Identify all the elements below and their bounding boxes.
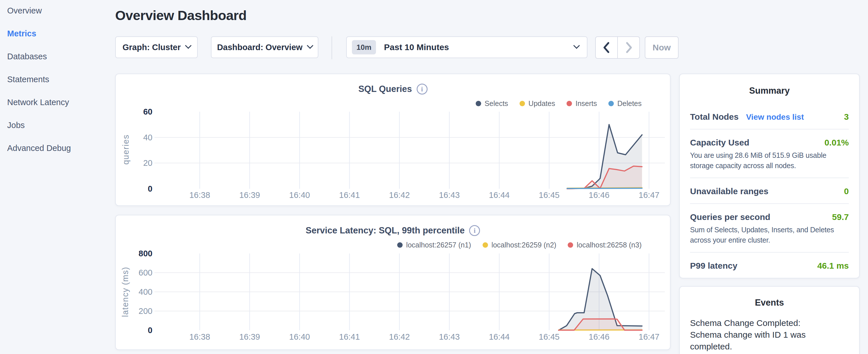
- svg-text:16:42: 16:42: [389, 332, 410, 342]
- svg-text:16:45: 16:45: [539, 332, 560, 342]
- sidebar: OverviewMetricsDatabasesStatementsNetwor…: [0, 0, 109, 354]
- sidebar-item-databases[interactable]: Databases: [7, 52, 47, 61]
- chart-plot[interactable]: 16:3816:3916:4016:4116:4216:4316:4416:45…: [116, 215, 671, 351]
- summary-row-p99-latency: P99 latency46.1 ms: [690, 261, 849, 271]
- time-step-buttons: [595, 36, 640, 59]
- chevron-down-icon: [185, 42, 191, 49]
- events-list: Schema Change Completed: Schema change w…: [690, 317, 849, 354]
- svg-text:16:47: 16:47: [639, 190, 660, 200]
- svg-text:16:45: 16:45: [539, 190, 560, 200]
- time-range-label: Past 10 Minutes: [384, 42, 449, 52]
- svg-text:16:43: 16:43: [439, 332, 460, 342]
- time-back-button[interactable]: [596, 37, 618, 58]
- chevron-down-icon: [307, 42, 313, 49]
- summary-divider: [690, 203, 849, 204]
- svg-text:16:42: 16:42: [389, 190, 410, 200]
- summary-row-unavailable-ranges: Unavailable ranges0: [690, 186, 849, 196]
- svg-text:16:39: 16:39: [239, 190, 260, 200]
- summary-row-value: 59.7: [832, 212, 849, 222]
- summary-row-description: You are using 28.6 MiB of 515.9 GiB usab…: [690, 150, 849, 171]
- summary-divider: [690, 129, 849, 129]
- svg-text:16:39: 16:39: [239, 332, 260, 342]
- svg-text:16:47: 16:47: [639, 332, 660, 342]
- summary-title: Summary: [690, 86, 849, 96]
- summary-row-capacity-used: Capacity Used0.01%: [690, 137, 849, 148]
- chevron-down-icon: [574, 42, 580, 49]
- svg-text:16:44: 16:44: [489, 332, 510, 342]
- sidebar-item-advanced-debug[interactable]: Advanced Debug: [7, 143, 71, 153]
- summary-divider: [690, 178, 849, 178]
- summary-row-value: 0.01%: [825, 137, 849, 148]
- svg-text:0: 0: [148, 184, 152, 193]
- summary-divider: [690, 252, 849, 253]
- summary-row-value: 0: [844, 186, 849, 196]
- page-title: Overview Dashboard: [115, 7, 247, 23]
- svg-text:0: 0: [148, 326, 152, 335]
- sidebar-item-statements[interactable]: Statements: [7, 75, 49, 84]
- toolbar-divider: [332, 36, 332, 59]
- summary-row-value: 3: [844, 112, 849, 122]
- chevron-left-icon: [601, 40, 612, 55]
- sidebar-item-network-latency[interactable]: Network Latency: [7, 98, 69, 107]
- svg-text:16:41: 16:41: [339, 332, 360, 342]
- graph-dropdown[interactable]: Graph: Cluster: [115, 36, 198, 58]
- service-latency-chart-card: Service Latency: SQL, 99th percentile i …: [115, 215, 671, 350]
- summary-row-label: Total Nodes: [690, 112, 739, 122]
- svg-text:16:38: 16:38: [189, 332, 210, 342]
- svg-text:60: 60: [143, 107, 152, 116]
- summary-rows: Total NodesView nodes list3Capacity Used…: [690, 112, 849, 271]
- svg-text:40: 40: [143, 133, 152, 142]
- summary-row-label: P99 latency: [690, 261, 737, 271]
- events-title: Events: [690, 297, 849, 308]
- svg-text:queries: queries: [121, 134, 130, 165]
- summary-row-label: Capacity Used: [690, 137, 749, 148]
- dashboard-dropdown-label: Dashboard: Overview: [217, 43, 302, 52]
- view-nodes-list-link[interactable]: View nodes list: [746, 112, 804, 122]
- dashboard-dropdown[interactable]: Dashboard: Overview: [211, 36, 318, 58]
- svg-text:200: 200: [139, 307, 152, 316]
- sidebar-item-overview[interactable]: Overview: [7, 6, 42, 15]
- svg-text:16:40: 16:40: [289, 190, 310, 200]
- events-panel: Events Schema Change Completed: Schema c…: [679, 286, 860, 354]
- svg-text:16:40: 16:40: [289, 332, 310, 342]
- sidebar-item-metrics[interactable]: Metrics: [7, 29, 36, 38]
- graph-dropdown-label: Graph: Cluster: [122, 43, 181, 52]
- svg-text:16:46: 16:46: [589, 190, 610, 200]
- summary-row-total-nodes: Total NodesView nodes list3: [690, 112, 849, 122]
- summary-row-queries-per-second: Queries per second59.7: [690, 212, 849, 222]
- sidebar-item-jobs[interactable]: Jobs: [7, 121, 25, 130]
- event-message: Schema Change Completed: Schema change w…: [690, 317, 833, 352]
- summary-panel: Summary Total NodesView nodes list3Capac…: [679, 74, 860, 279]
- svg-text:600: 600: [139, 268, 152, 277]
- svg-text:16:38: 16:38: [189, 190, 210, 200]
- svg-text:16:44: 16:44: [489, 190, 510, 200]
- svg-text:latency (ms): latency (ms): [121, 267, 130, 317]
- summary-row-description: Sum of Selects, Updates, Inserts, and De…: [690, 225, 849, 245]
- time-forward-button[interactable]: [618, 37, 639, 58]
- chevron-right-icon: [623, 40, 634, 55]
- summary-row-value: 46.1 ms: [817, 261, 849, 271]
- svg-text:16:46: 16:46: [589, 332, 610, 342]
- time-range-badge: 10m: [352, 40, 376, 55]
- svg-text:800: 800: [139, 249, 152, 258]
- now-button[interactable]: Now: [645, 36, 679, 59]
- summary-row-label: Unavailable ranges: [690, 186, 768, 196]
- svg-text:400: 400: [139, 287, 152, 296]
- summary-row-label: Queries per second: [690, 212, 770, 222]
- sql-queries-chart-card: SQL Queries i SelectsUpdatesInsertsDelet…: [115, 74, 671, 206]
- chart-plot[interactable]: 16:3816:3916:4016:4116:4216:4316:4416:45…: [116, 74, 671, 206]
- time-range-selector[interactable]: 10m Past 10 Minutes: [346, 36, 587, 58]
- svg-text:20: 20: [143, 158, 152, 167]
- svg-text:16:41: 16:41: [339, 190, 360, 200]
- svg-text:16:43: 16:43: [439, 190, 460, 200]
